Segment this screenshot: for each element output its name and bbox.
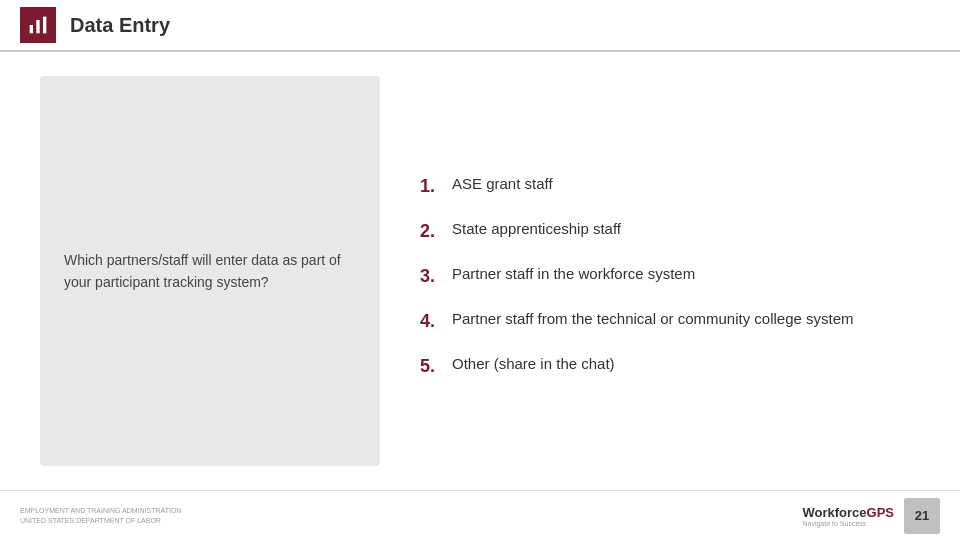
list-text-5: Other (share in the chat) [452, 353, 615, 376]
list-number-3: 3. [420, 263, 452, 290]
question-text: Which partners/staff will enter data as … [64, 249, 356, 294]
list-item: 2. State apprenticeship staff [420, 218, 920, 245]
list-number-5: 5. [420, 353, 452, 380]
list-number-2: 2. [420, 218, 452, 245]
list-item: 5. Other (share in the chat) [420, 353, 920, 380]
page-title: Data Entry [70, 14, 170, 37]
main-content: Which partners/staff will enter data as … [0, 52, 960, 490]
list-text-4: Partner staff from the technical or comm… [452, 308, 854, 331]
list-item: 4. Partner staff from the technical or c… [420, 308, 920, 335]
footer-org: EMPLOYMENT AND TRAINING ADMINISTRATION U… [20, 506, 181, 526]
list-number-4: 4. [420, 308, 452, 335]
footer-line2: UNITED STATES DEPARTMENT OF LABOR [20, 516, 181, 526]
list-text-2: State apprenticeship staff [452, 218, 621, 241]
list-item: 1. ASE grant staff [420, 173, 920, 200]
header: Data Entry [0, 0, 960, 52]
list-text-1: ASE grant staff [452, 173, 553, 196]
answer-list: 1. ASE grant staff 2. State apprenticesh… [420, 76, 920, 466]
workforce-gps-logo: WorkforceGPS Navigate to Success [802, 505, 894, 527]
footer-right: WorkforceGPS Navigate to Success 21 [802, 498, 940, 534]
svg-rect-0 [30, 25, 33, 33]
header-icon-box [20, 7, 56, 43]
list-item: 3. Partner staff in the workforce system [420, 263, 920, 290]
left-panel: Which partners/staff will enter data as … [40, 76, 380, 466]
svg-rect-2 [43, 17, 46, 34]
brand-tagline: Navigate to Success [802, 520, 894, 527]
svg-rect-1 [36, 20, 39, 33]
list-number-1: 1. [420, 173, 452, 200]
chart-icon [28, 15, 48, 35]
brand-name: WorkforceGPS [802, 505, 894, 520]
list-text-3: Partner staff in the workforce system [452, 263, 695, 286]
footer-line1: EMPLOYMENT AND TRAINING ADMINISTRATION [20, 506, 181, 516]
footer: EMPLOYMENT AND TRAINING ADMINISTRATION U… [0, 490, 960, 540]
page-number: 21 [904, 498, 940, 534]
